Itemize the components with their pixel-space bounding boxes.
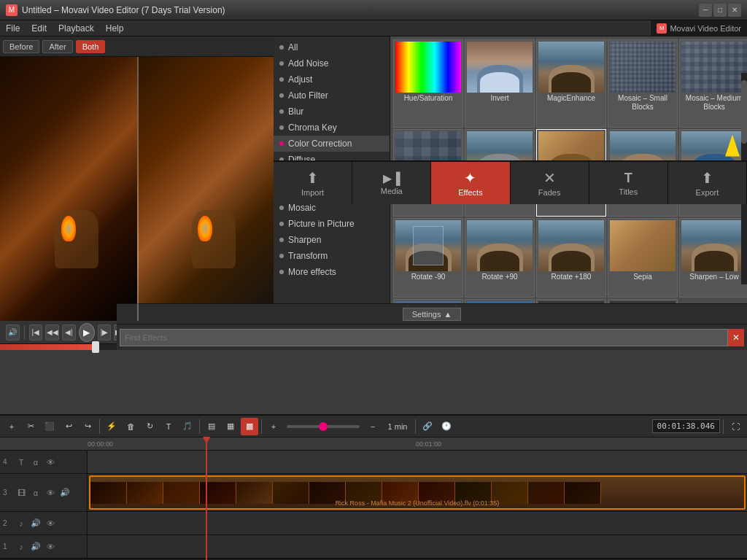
grid-btn-1[interactable]: ▤ [203, 418, 220, 435]
to-start-btn[interactable]: |◀ [29, 324, 43, 341]
effects-scrollbar-thumb[interactable] [741, 80, 747, 144]
zoom-thumb [319, 422, 328, 431]
track-3-alpha-btn[interactable]: α [29, 486, 42, 499]
tab-import[interactable]: ⬆ Import [274, 162, 352, 204]
effect-rotate-neg90[interactable]: Rotate -90 [393, 218, 463, 298]
menu-edit[interactable]: Edit [26, 22, 53, 35]
category-blur[interactable]: Blur [274, 104, 390, 120]
track-3-controls: 3 🎞 α 👁 🔊 [0, 474, 88, 511]
effect-mosaic-med[interactable]: Mosaic – Medium Blocks [679, 39, 747, 128]
track-4-content [88, 451, 747, 473]
search-input[interactable] [120, 329, 728, 346]
snap-btn[interactable]: 🔗 [419, 418, 436, 435]
volume-btn[interactable]: 🔊 [6, 324, 20, 341]
category-more-effects[interactable]: More effects [274, 264, 390, 280]
rewind-btn[interactable]: ◀◀ [45, 324, 59, 341]
hand-shape-right [192, 210, 236, 268]
tool-undo[interactable]: ↩ [60, 418, 77, 435]
category-chroma-key[interactable]: Chroma Key [274, 120, 390, 136]
track-2: 2 ♪ 🔊 👁 [0, 512, 747, 535]
close-button[interactable]: ✕ [728, 4, 741, 17]
tool-audio[interactable]: 🎵 [179, 418, 196, 435]
import-icon: ⬆ [306, 169, 319, 187]
category-add-noise[interactable]: Add Noise [274, 55, 390, 71]
effect-sharpen-low[interactable]: Sharpen – Low [679, 218, 747, 298]
track-1-mute-btn[interactable]: 🔊 [29, 540, 42, 553]
zoom-in-btn[interactable]: + [265, 418, 282, 435]
effect-magic-enhance[interactable]: MagicEnhance [536, 39, 606, 128]
titlebar: M Untitled – Movavi Video Editor (7 Days… [0, 0, 747, 20]
category-auto-filter[interactable]: Auto Filter [274, 88, 390, 104]
after-button[interactable]: After [42, 40, 72, 53]
track-4-alpha-btn[interactable]: α [29, 456, 42, 469]
step-back-btn[interactable]: ◀| [62, 324, 76, 341]
tool-select[interactable]: ⬛ [41, 418, 58, 435]
tab-titles[interactable]: T Titles [589, 162, 668, 204]
maximize-button[interactable]: □ [713, 4, 727, 17]
grid-btn-2[interactable]: ▦ [222, 418, 239, 435]
track-4-text-btn[interactable]: T [15, 456, 28, 469]
track-4-eye-btn[interactable]: 👁 [44, 456, 57, 469]
track-1-eye-btn[interactable]: 👁 [44, 540, 57, 553]
grid-btn-3[interactable]: ▩ [241, 418, 258, 435]
category-color-correction[interactable]: Color Correction [274, 136, 390, 152]
category-pip[interactable]: Picture in Picture [274, 216, 390, 232]
track-2-num: 2 [3, 519, 13, 527]
zoom-slider[interactable] [287, 425, 360, 428]
track-2-mute-btn[interactable]: 🔊 [29, 517, 42, 530]
category-sharpen[interactable]: Sharpen [274, 232, 390, 248]
tab-media[interactable]: ▶▐ Media [352, 162, 431, 204]
settings-label: Settings [412, 310, 441, 319]
effect-mosaic-small[interactable]: Mosaic – Small Blocks [608, 39, 678, 128]
track-3-video-btn[interactable]: 🎞 [15, 486, 28, 499]
effect-rotate-180[interactable]: Rotate +180 [536, 218, 606, 298]
effect-thumb-sharpen-low [681, 220, 747, 271]
effect-hue-saturation[interactable]: Hue/Saturation [393, 39, 463, 128]
before-button[interactable]: Before [3, 40, 39, 53]
tab-export[interactable]: ⬆ Export [668, 162, 747, 204]
add-track-btn[interactable]: + [3, 418, 20, 435]
effect-invert[interactable]: Invert [465, 39, 535, 128]
tool-text[interactable]: T [160, 418, 177, 435]
track-2-audio-btn[interactable]: ♪ [15, 517, 28, 530]
track-3-vol-btn[interactable]: 🔊 [58, 486, 71, 499]
search-bar: ✕ [117, 324, 747, 350]
menu-playback[interactable]: Playback [53, 22, 100, 35]
tab-effects[interactable]: ✦ Effects [431, 162, 510, 204]
menu-help[interactable]: Help [100, 22, 130, 35]
tool-split[interactable]: ⚡ [103, 418, 120, 435]
tool-cut[interactable]: ✂ [22, 418, 39, 435]
effect-label-mosaic-med: Mosaic – Medium Blocks [681, 93, 747, 113]
zoom-out-btn[interactable]: − [364, 418, 382, 435]
settings-bar: Settings ▲ [117, 303, 747, 324]
track-1-audio-btn[interactable]: ♪ [15, 540, 28, 553]
clock-btn[interactable]: 🕐 [438, 418, 455, 435]
tool-redo[interactable]: ↪ [79, 418, 96, 435]
menu-file[interactable]: File [0, 22, 26, 35]
tab-titles-label: Titles [619, 187, 638, 196]
minimize-button[interactable]: ─ [699, 4, 712, 17]
play-button[interactable]: ▶ [79, 323, 95, 342]
effect-label-rotate-neg90: Rotate -90 [410, 271, 447, 283]
tab-export-label: Export [696, 188, 719, 197]
track-2-eye-btn[interactable]: 👁 [44, 517, 57, 530]
step-fwd-btn[interactable]: |▶ [98, 324, 112, 341]
playhead[interactable] [206, 438, 207, 560]
category-all[interactable]: All [274, 39, 390, 55]
category-adjust[interactable]: Adjust [274, 71, 390, 88]
search-clear-button[interactable]: ✕ [728, 329, 744, 346]
video-block[interactable]: Rick Ross - Mafia Music 2 (Unofficial Vi… [89, 475, 746, 510]
category-transform[interactable]: Transform [274, 248, 390, 264]
tab-fades[interactable]: ✕ Fades [511, 162, 589, 204]
zoom-label-btn[interactable]: 1 min [383, 418, 412, 435]
tool-rotate[interactable]: ↻ [141, 418, 158, 435]
effect-rotate-pos90[interactable]: Rotate +90 [465, 218, 535, 298]
settings-button[interactable]: Settings ▲ [403, 308, 462, 321]
tool-delete[interactable]: 🗑 [122, 418, 139, 435]
both-button[interactable]: Both [76, 40, 106, 53]
track-4-num: 4 [3, 458, 13, 466]
track-3-eye-btn[interactable]: 👁 [44, 486, 57, 499]
progress-thumb[interactable] [92, 341, 99, 353]
effect-sepia[interactable]: Sepia [608, 218, 678, 298]
fullscreen-btn[interactable]: ⛶ [727, 418, 744, 435]
